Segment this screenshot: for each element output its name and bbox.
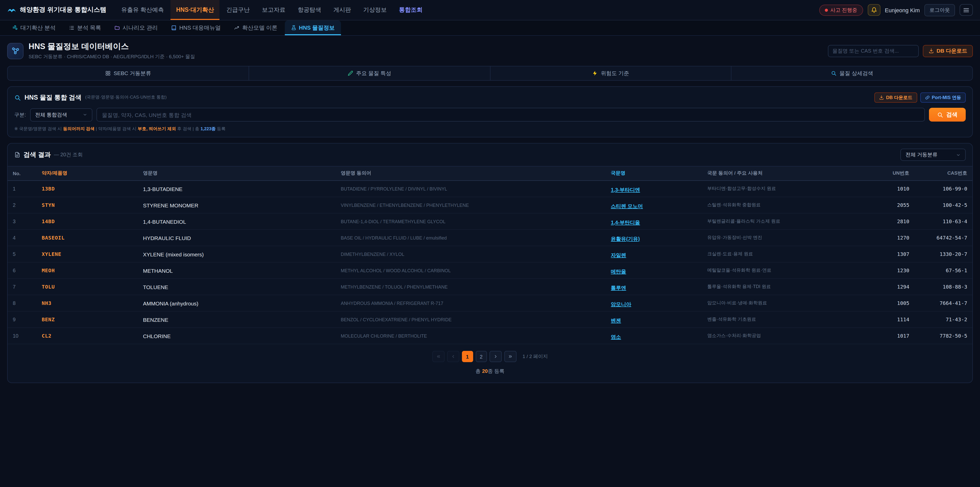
search-section-icon <box>14 94 21 101</box>
table-header-row: No.약자/제품명영문명영문명 동의어국문명국문 동의어 / 주요 사용처UN번… <box>8 166 972 180</box>
wing-logo-icon <box>7 5 16 14</box>
tab-6[interactable]: HNS 물질정보 <box>285 21 341 35</box>
cell-abbr: CL2 <box>37 327 138 344</box>
notifications-button[interactable] <box>867 4 880 16</box>
app-logo[interactable]: 해양환경 위기대응 통합시스템 <box>7 0 107 20</box>
tab-1[interactable]: 대기확산 분석 <box>6 21 62 35</box>
unified-search-input[interactable] <box>97 108 925 121</box>
substance-kr-link[interactable]: 자일렌 <box>611 252 626 258</box>
chevron_left-icon <box>450 354 455 359</box>
nav-item-7[interactable]: 기상정보 <box>358 0 393 20</box>
cell-cas: 67-56-1 <box>915 262 972 279</box>
substance-kr-link[interactable]: 염소 <box>611 334 621 339</box>
help-text-segment: 등록 <box>216 126 226 131</box>
nav-item-5[interactable]: 항공탐색 <box>292 0 327 20</box>
menu-icon <box>963 6 970 14</box>
next-page-button[interactable] <box>489 351 501 362</box>
list-icon <box>69 25 75 30</box>
flask-icon <box>291 25 296 30</box>
search-type-select[interactable]: 전체 통합검색 <box>30 108 92 121</box>
column-header-7[interactable]: UN번호 <box>861 166 915 180</box>
table-row: 5XYLENEXYLENE (mixed isomers)DIMETHYLBEN… <box>8 246 972 262</box>
substance-kr-link[interactable]: 벤젠 <box>611 318 621 323</box>
hamburger-menu-button[interactable] <box>959 4 973 16</box>
db-download-button[interactable]: DB 다운로드 <box>923 45 973 57</box>
cell-no: 1 <box>8 180 37 197</box>
column-header-5[interactable]: 국문명 <box>606 166 702 180</box>
section-quick-bar: SEBC 거동분류주요 물질 특성위험도 기준물질 상세검색 <box>7 66 973 81</box>
cell-en_syn: BENZOL / CYCLOHEXATRIENE / PHENYL HYDRID… <box>336 311 606 327</box>
tab-2[interactable]: 분석 목록 <box>63 21 107 35</box>
incident-status-badge: 사고 진행중 <box>819 4 863 16</box>
page-number-button-1[interactable]: 1 <box>462 351 473 362</box>
cell-cas: 106-99-0 <box>915 180 972 197</box>
section-tab-2[interactable]: 주요 물질 특성 <box>249 66 490 80</box>
nav-item-3[interactable]: 긴급구난 <box>221 0 256 20</box>
tab-3[interactable]: 시나리오 관리 <box>108 21 164 35</box>
cell-en_syn: METHYLBENZENE / TOLUOL / PHENYLMETHANE <box>336 279 606 295</box>
cell-cas: 110-63-4 <box>915 213 972 230</box>
cell-un: 1294 <box>861 279 915 295</box>
substance-kr-link[interactable]: 톨루엔 <box>611 285 626 291</box>
help-text-segment: | 약자/제품명 검색 시 <box>95 126 138 131</box>
chevron_down-icon <box>956 152 961 157</box>
substance-kr-link[interactable]: 암모니아 <box>611 301 632 307</box>
substance-kr-link[interactable]: 메탄올 <box>611 268 626 274</box>
substance-kr-link[interactable]: 1,4-부탄디올 <box>611 219 640 225</box>
nav-item-2[interactable]: HNS·대기확산 <box>170 0 220 20</box>
page-number-button-2[interactable]: 2 <box>476 351 487 362</box>
section-tab-4[interactable]: 물질 상세검색 <box>732 66 973 80</box>
chevron-down-icon <box>956 152 961 157</box>
help-text-segment: 부호, 띄어쓰기 제외 <box>138 126 176 131</box>
cell-abbr: STYN <box>37 197 138 213</box>
column-header-1[interactable]: No. <box>8 166 37 180</box>
download-icon <box>879 95 884 100</box>
first-page-button[interactable] <box>432 351 444 362</box>
logout-button[interactable]: 로그아웃 <box>924 4 955 16</box>
cell-no: 9 <box>8 311 37 327</box>
column-header-8[interactable]: CAS번호 <box>915 166 972 180</box>
results-header: 검색 결과 — 20건 조회 전체 거동분류 <box>8 144 972 166</box>
substance-kr-link[interactable]: 1,3-부타디엔 <box>611 187 640 192</box>
search-submit-button[interactable]: 검색 <box>929 108 966 121</box>
nav-item-1[interactable]: 유출유 확산예측 <box>116 0 169 20</box>
tab-4[interactable]: HNS 대응매뉴얼 <box>165 21 227 35</box>
wind-icon <box>12 25 18 30</box>
db-download-mini-button[interactable]: DB 다운로드 <box>874 93 917 103</box>
tab-5[interactable]: 확산모델 이론 <box>228 21 283 35</box>
cell-kr_syn: 염소가스·수처리·화학공업 <box>702 327 862 344</box>
chevrons_left-icon <box>436 354 441 359</box>
nav-item-8[interactable]: 통합조회 <box>393 0 428 20</box>
nav-item-4[interactable]: 보고자료 <box>256 0 291 20</box>
column-header-6[interactable]: 국문 동의어 / 주요 사용처 <box>702 166 862 180</box>
cell-un: 2810 <box>861 213 915 230</box>
wing-icon <box>7 5 16 14</box>
nav-item-6[interactable]: 게시판 <box>328 0 357 20</box>
prev-page-button[interactable] <box>447 351 459 362</box>
substance-kr-link[interactable]: 윤활유(기유) <box>611 236 640 241</box>
section-tab-3[interactable]: 위험도 기준 <box>490 66 732 80</box>
page-header-icon-tile <box>7 43 24 59</box>
section-tab-1[interactable]: SEBC 거동분류 <box>8 66 249 80</box>
chevrons_right-icon <box>508 354 513 359</box>
quick-search-input[interactable] <box>828 45 919 57</box>
column-header-2[interactable]: 약자/제품명 <box>37 166 138 180</box>
folder-icon <box>115 25 120 30</box>
cell-kr_syn: 부타디엔·합성고무·합성수지 원료 <box>702 180 862 197</box>
cell-no: 8 <box>8 295 37 311</box>
cell-kr: 암모니아 <box>606 295 702 311</box>
last-page-button[interactable] <box>504 351 516 362</box>
table-row: 113BD1,3-BUTADIENEBUTADIENE / PYRROLYLEN… <box>8 180 972 197</box>
category-filter-select[interactable]: 전체 거동분류 <box>900 148 966 161</box>
table-row: 2STYNSTYRENE MONOMERVINYLBENZENE / ETHEN… <box>8 197 972 213</box>
portmis-link-button[interactable]: Port-MIS 연동 <box>920 93 966 103</box>
column-header-3[interactable]: 영문명 <box>138 166 336 180</box>
doc-icon <box>14 152 21 158</box>
grid-icon <box>105 70 110 76</box>
cell-en: TOLUENE <box>138 279 336 295</box>
results-doc-icon <box>14 152 21 158</box>
cell-en: 1,4-BUTANEDIOL <box>138 213 336 230</box>
column-header-4[interactable]: 영문명 동의어 <box>336 166 606 180</box>
substance-kr-link[interactable]: 스티렌 모노머 <box>611 203 643 209</box>
main-nav: 유출유 확산예측HNS·대기확산긴급구난보고자료항공탐색게시판기상정보통합조회 <box>116 0 428 20</box>
